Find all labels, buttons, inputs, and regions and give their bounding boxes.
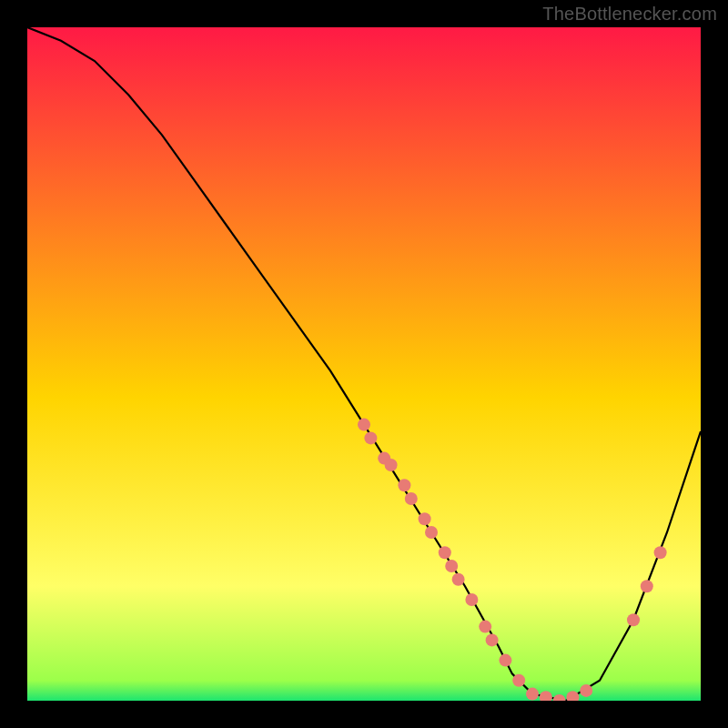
data-dot — [445, 560, 458, 572]
data-dot — [486, 633, 499, 646]
data-dot — [499, 654, 511, 667]
data-dot — [526, 688, 539, 701]
gradient-background — [27, 27, 701, 701]
data-dot — [580, 684, 592, 697]
data-dot — [364, 431, 377, 444]
data-dot — [419, 512, 431, 525]
data-dot — [654, 546, 667, 559]
data-dot — [358, 419, 370, 431]
data-dot — [641, 580, 653, 592]
chart-svg — [27, 27, 701, 701]
chart-viewport — [27, 27, 701, 701]
data-dot — [398, 479, 410, 491]
watermark-text: TheBottlenecker.com — [542, 4, 717, 25]
data-dot — [439, 546, 451, 559]
data-dot — [627, 613, 640, 626]
data-dot — [479, 621, 491, 633]
data-dot — [385, 459, 398, 471]
data-dot — [512, 674, 525, 687]
data-dot — [405, 492, 418, 505]
data-dot — [425, 526, 438, 539]
data-dot — [465, 593, 478, 606]
data-dot — [452, 573, 465, 586]
